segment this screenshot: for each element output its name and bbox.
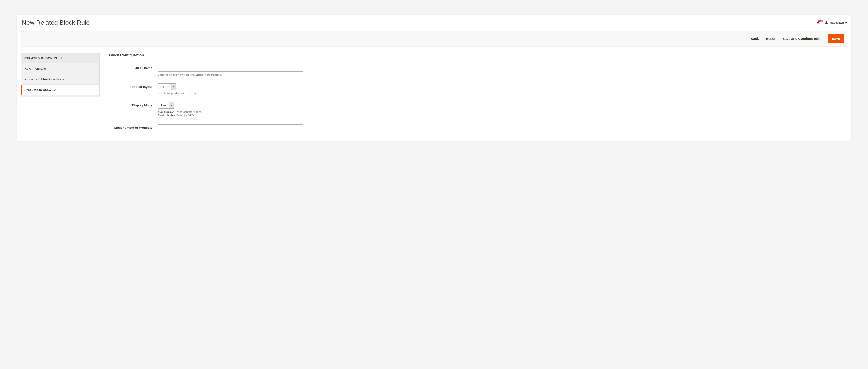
hint-ajax-text: : Better for performance.: [173, 110, 202, 113]
field-label: Product layout: [109, 83, 158, 89]
notifications-button[interactable]: 53: [816, 21, 820, 25]
field-block-name: Block name Enter the block's name. It's …: [109, 65, 842, 77]
section-title: Block Configuration: [109, 53, 842, 59]
block-name-input[interactable]: [158, 65, 303, 72]
sidebar-heading: RELATED BLOCK RULE: [21, 53, 99, 63]
back-button[interactable]: ← Back: [745, 37, 758, 41]
field-product-layout: Product layout Slider Select how product…: [109, 83, 842, 95]
content: RELATED BLOCK RULE Rule Information Prod…: [17, 47, 851, 138]
select-value: Ajax: [158, 102, 169, 108]
page-header: New Related Block Rule 53 mageplaza: [17, 14, 851, 28]
field-limit: Limit number of products: [109, 124, 842, 131]
select-value: Slider: [158, 84, 171, 90]
page-title: New Related Block Rule: [21, 19, 90, 26]
field-hint: Ajax display: Better for performance. Bl…: [158, 110, 303, 118]
field-hint: Select how products are displayed.: [158, 92, 303, 95]
sidebar-item-label: Products to Meet Conditions: [25, 77, 64, 81]
hint-block-text: : Better for SEO: [175, 114, 194, 117]
user-name: mageplaza: [830, 21, 844, 25]
sidebar: RELATED BLOCK RULE Rule Information Prod…: [21, 53, 99, 138]
arrow-left-icon: ←: [745, 37, 749, 41]
field-display-mode: Display Mode Ajax Ajax display: Better f…: [109, 102, 842, 118]
save-button[interactable]: Save: [828, 34, 844, 43]
reset-button[interactable]: Reset: [766, 37, 775, 41]
field-hint: Enter the block's name. It's only visibl…: [158, 73, 303, 77]
sidebar-spacer: [21, 95, 99, 97]
field-label: Limit number of products: [109, 124, 158, 129]
user-icon: [825, 21, 828, 25]
sidebar-item-products-conditions[interactable]: Products to Meet Conditions: [21, 74, 99, 85]
display-mode-select[interactable]: Ajax: [158, 102, 175, 109]
sidebar-item-rule-information[interactable]: Rule Information: [21, 63, 99, 74]
action-bar: ← Back Reset Save and Continue Edit Save: [21, 31, 847, 47]
admin-panel: New Related Block Rule 53 mageplaza ← Ba…: [17, 14, 851, 141]
header-tools: 53 mageplaza: [816, 21, 847, 25]
user-menu[interactable]: mageplaza: [825, 21, 847, 25]
main-form: Block Configuration Block name Enter the…: [109, 53, 847, 138]
sidebar-item-products-to-show[interactable]: Products to Show: [21, 85, 99, 95]
back-label: Back: [750, 37, 758, 41]
hint-block-label: Block display: [158, 114, 175, 117]
pencil-icon: [54, 89, 57, 92]
product-layout-select[interactable]: Slider: [158, 83, 176, 90]
sidebar-item-label: Rule Information: [25, 67, 48, 70]
sidebar-item-label: Products to Show: [25, 88, 51, 92]
chevron-down-icon: [169, 102, 174, 108]
field-label: Display Mode: [109, 102, 158, 107]
save-continue-button[interactable]: Save and Continue Edit: [782, 37, 820, 41]
hint-ajax-label: Ajax display: [158, 110, 173, 113]
chevron-down-icon: [845, 22, 847, 23]
field-label: Block name: [109, 65, 158, 70]
notification-badge: 53: [818, 20, 823, 22]
chevron-down-icon: [171, 84, 176, 90]
limit-input[interactable]: [158, 124, 303, 131]
